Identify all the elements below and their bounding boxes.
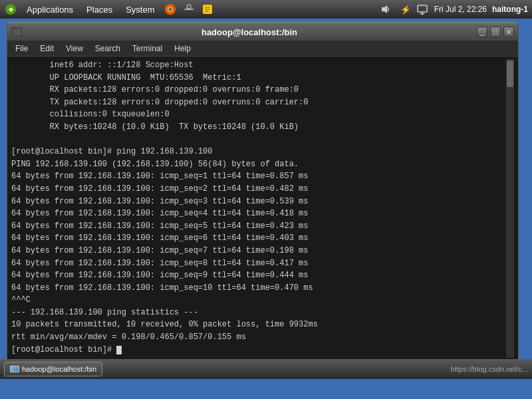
terminal-menubar: File Edit View Search Terminal Help: [7, 41, 518, 57]
svg-rect-14: [418, 5, 427, 12]
sticky-notes-icon[interactable]: [201, 3, 214, 16]
window-taskbar-label: hadoop@localhost:/bin: [22, 365, 96, 373]
terminal-output: inet6 addr: ::1/128 Scope:Host UP LOOPBA…: [11, 59, 506, 358]
volume-icon[interactable]: [378, 3, 392, 16]
applications-menu[interactable]: Applications: [23, 3, 77, 16]
scrollbar-thumb[interactable]: [507, 61, 513, 87]
svg-point-4: [169, 8, 172, 11]
terminal-title: hadoop@localhost:/bin: [22, 27, 477, 37]
window-taskbar-button[interactable]: hadoop@localhost:/bin: [4, 362, 102, 376]
terminal-titlebar: hadoop@localhost:/bin _ □ ✕: [7, 23, 518, 41]
terminal-content[interactable]: inet6 addr: ::1/128 Scope:Host UP LOOPBA…: [7, 57, 518, 360]
menu-view[interactable]: View: [61, 43, 88, 55]
username: haitong-1: [492, 5, 528, 14]
svg-text:⚡: ⚡: [400, 4, 409, 15]
svg-text:❖: ❖: [8, 6, 14, 13]
network-icon[interactable]: [182, 3, 196, 16]
svg-marker-12: [382, 5, 387, 13]
svg-point-6: [187, 5, 191, 9]
svg-point-7: [188, 9, 190, 11]
minimize-button[interactable]: _: [477, 27, 487, 37]
maximize-button[interactable]: □: [490, 27, 501, 37]
firefox-icon[interactable]: [164, 3, 177, 16]
menu-file[interactable]: File: [10, 43, 33, 55]
menu-help[interactable]: Help: [169, 43, 196, 55]
terminal-cursor: [116, 346, 122, 354]
taskbar-left: ❖ Applications Places System: [4, 3, 214, 16]
system-menu[interactable]: System: [122, 3, 158, 16]
window-taskbar-icon: [10, 366, 19, 372]
taskbar-bottom-right: https://blog.csdn.net/c...: [451, 365, 528, 373]
display-icon[interactable]: [416, 3, 429, 16]
window-controls: _ □ ✕: [477, 27, 514, 37]
clock: Fri Jul 2, 22:26: [434, 5, 487, 14]
menu-terminal[interactable]: Terminal: [127, 43, 168, 55]
menu-search[interactable]: Search: [90, 43, 126, 55]
desktop: hadoop@localhost:/bin _ □ ✕ File Edit Vi…: [0, 19, 532, 379]
places-menu[interactable]: Places: [82, 3, 116, 16]
close-button[interactable]: ✕: [503, 27, 514, 37]
bluetooth-icon[interactable]: ⚡: [397, 3, 410, 16]
taskbar-bottom-left: hadoop@localhost:/bin: [4, 362, 102, 376]
taskbar-right: ⚡ Fri Jul 2, 22:26 haitong-1: [378, 3, 528, 16]
terminal-window: hadoop@localhost:/bin _ □ ✕ File Edit Vi…: [7, 22, 519, 361]
bottom-taskbar: hadoop@localhost:/bin https://blog.csdn.…: [0, 359, 532, 379]
terminal-icon-small: [11, 27, 22, 37]
top-taskbar: ❖ Applications Places System: [0, 0, 532, 19]
terminal-scrollbar[interactable]: [506, 59, 514, 358]
menu-edit[interactable]: Edit: [35, 43, 59, 55]
gnome-icon: ❖: [4, 3, 17, 16]
url-hint: https://blog.csdn.net/c...: [451, 365, 528, 373]
